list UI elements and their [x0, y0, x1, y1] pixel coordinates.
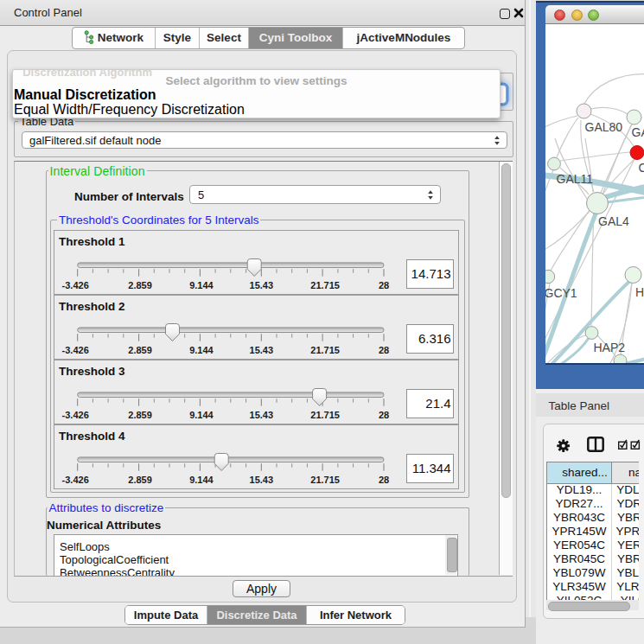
svg-text:9.144: 9.144	[189, 280, 214, 290]
svg-text:21.715: 21.715	[310, 345, 340, 355]
svg-text:15.43: 15.43	[250, 345, 274, 355]
svg-text:H: H	[635, 285, 644, 299]
svg-text:15.43: 15.43	[250, 410, 274, 420]
svg-text:GAL11: GAL11	[557, 172, 594, 186]
svg-text:21.715: 21.715	[310, 475, 340, 485]
svg-text:15.43: 15.43	[250, 280, 274, 290]
svg-text:C: C	[639, 161, 644, 175]
svg-text:GAL4: GAL4	[598, 214, 629, 228]
svg-text:28: 28	[379, 410, 389, 420]
svg-text:15.43: 15.43	[250, 475, 274, 485]
svg-text:-3.426: -3.426	[62, 280, 89, 290]
svg-text:9.144: 9.144	[189, 475, 214, 485]
svg-text:28: 28	[379, 345, 389, 355]
svg-text:GCY1: GCY1	[545, 286, 577, 300]
svg-text:HAP2: HAP2	[594, 341, 626, 354]
svg-text:2.859: 2.859	[128, 475, 152, 485]
svg-text:-3.426: -3.426	[62, 345, 89, 355]
svg-text:GA: GA	[632, 125, 644, 139]
svg-text:9.144: 9.144	[189, 410, 214, 420]
svg-text:-3.426: -3.426	[62, 410, 89, 420]
svg-text:2.859: 2.859	[128, 345, 152, 355]
svg-text:2.859: 2.859	[128, 280, 152, 290]
svg-text:GAL80: GAL80	[585, 120, 623, 134]
svg-text:21.715: 21.715	[310, 410, 340, 420]
svg-text:-3.426: -3.426	[62, 475, 89, 485]
svg-text:28: 28	[379, 280, 389, 290]
svg-text:9.144: 9.144	[189, 345, 214, 355]
svg-text:21.715: 21.715	[310, 280, 340, 290]
svg-text:28: 28	[379, 475, 389, 485]
svg-text:2.859: 2.859	[128, 410, 152, 420]
